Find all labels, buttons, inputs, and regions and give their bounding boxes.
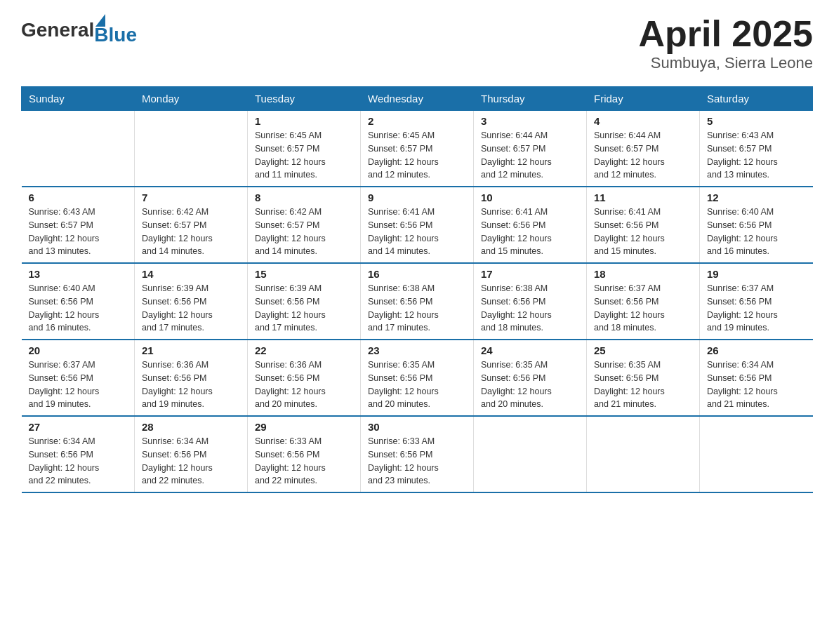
page-title: April 2025 bbox=[638, 14, 813, 54]
day-info: Sunrise: 6:34 AM Sunset: 6:56 PM Dayligh… bbox=[142, 435, 240, 488]
day-info: Sunrise: 6:41 AM Sunset: 6:56 PM Dayligh… bbox=[481, 206, 579, 258]
day-number: 8 bbox=[255, 192, 353, 203]
calendar-cell: 1Sunrise: 6:45 AM Sunset: 6:57 PM Daylig… bbox=[248, 111, 361, 187]
day-info: Sunrise: 6:35 AM Sunset: 6:56 PM Dayligh… bbox=[481, 358, 579, 411]
day-number: 11 bbox=[594, 192, 692, 203]
calendar-cell: 19Sunrise: 6:37 AM Sunset: 6:56 PM Dayli… bbox=[700, 263, 813, 340]
calendar-cell: 26Sunrise: 6:34 AM Sunset: 6:56 PM Dayli… bbox=[700, 340, 813, 416]
header-day-sunday: Sunday bbox=[22, 87, 135, 111]
calendar-cell bbox=[700, 416, 813, 492]
header-row: SundayMondayTuesdayWednesdayThursdayFrid… bbox=[22, 87, 813, 111]
calendar-cell: 24Sunrise: 6:35 AM Sunset: 6:56 PM Dayli… bbox=[474, 340, 587, 416]
day-info: Sunrise: 6:35 AM Sunset: 6:56 PM Dayligh… bbox=[368, 358, 466, 411]
day-info: Sunrise: 6:45 AM Sunset: 6:57 PM Dayligh… bbox=[368, 129, 466, 182]
day-number: 15 bbox=[255, 268, 353, 280]
day-number: 7 bbox=[142, 192, 240, 203]
day-number: 1 bbox=[255, 115, 353, 127]
logo: General Blue bbox=[21, 14, 137, 46]
logo-general-text: General bbox=[21, 19, 94, 41]
day-number: 21 bbox=[142, 344, 240, 356]
calendar-cell: 12Sunrise: 6:40 AM Sunset: 6:56 PM Dayli… bbox=[700, 187, 813, 263]
calendar-cell: 7Sunrise: 6:42 AM Sunset: 6:57 PM Daylig… bbox=[135, 187, 248, 263]
calendar-header: SundayMondayTuesdayWednesdayThursdayFrid… bbox=[22, 87, 813, 111]
title-block: April 2025 Sumbuya, Sierra Leone bbox=[638, 14, 813, 72]
day-number: 4 bbox=[594, 115, 692, 127]
week-row-3: 13Sunrise: 6:40 AM Sunset: 6:56 PM Dayli… bbox=[22, 263, 813, 340]
header-day-monday: Monday bbox=[135, 87, 248, 111]
calendar-cell bbox=[135, 111, 248, 187]
week-row-1: 1Sunrise: 6:45 AM Sunset: 6:57 PM Daylig… bbox=[22, 111, 813, 187]
day-info: Sunrise: 6:42 AM Sunset: 6:57 PM Dayligh… bbox=[255, 206, 353, 258]
day-number: 17 bbox=[481, 268, 579, 280]
day-number: 6 bbox=[29, 192, 128, 203]
day-number: 13 bbox=[29, 268, 128, 280]
calendar-cell: 9Sunrise: 6:41 AM Sunset: 6:56 PM Daylig… bbox=[361, 187, 474, 263]
day-info: Sunrise: 6:38 AM Sunset: 6:56 PM Dayligh… bbox=[481, 282, 579, 335]
calendar-cell: 21Sunrise: 6:36 AM Sunset: 6:56 PM Dayli… bbox=[135, 340, 248, 416]
calendar-cell: 18Sunrise: 6:37 AM Sunset: 6:56 PM Dayli… bbox=[587, 263, 700, 340]
day-info: Sunrise: 6:38 AM Sunset: 6:56 PM Dayligh… bbox=[368, 282, 466, 335]
day-info: Sunrise: 6:45 AM Sunset: 6:57 PM Dayligh… bbox=[255, 129, 353, 182]
day-number: 19 bbox=[707, 268, 806, 280]
calendar-cell: 23Sunrise: 6:35 AM Sunset: 6:56 PM Dayli… bbox=[361, 340, 474, 416]
calendar-cell: 29Sunrise: 6:33 AM Sunset: 6:56 PM Dayli… bbox=[248, 416, 361, 492]
calendar-cell: 5Sunrise: 6:43 AM Sunset: 6:57 PM Daylig… bbox=[700, 111, 813, 187]
calendar-cell: 11Sunrise: 6:41 AM Sunset: 6:56 PM Dayli… bbox=[587, 187, 700, 263]
calendar-cell: 10Sunrise: 6:41 AM Sunset: 6:56 PM Dayli… bbox=[474, 187, 587, 263]
day-number: 25 bbox=[594, 344, 692, 356]
day-info: Sunrise: 6:44 AM Sunset: 6:57 PM Dayligh… bbox=[594, 129, 692, 182]
day-number: 24 bbox=[481, 344, 579, 356]
header-day-saturday: Saturday bbox=[700, 87, 813, 111]
day-number: 28 bbox=[142, 421, 240, 433]
calendar-table: SundayMondayTuesdayWednesdayThursdayFrid… bbox=[21, 86, 813, 493]
calendar-cell: 30Sunrise: 6:33 AM Sunset: 6:56 PM Dayli… bbox=[361, 416, 474, 492]
calendar-cell: 2Sunrise: 6:45 AM Sunset: 6:57 PM Daylig… bbox=[361, 111, 474, 187]
day-info: Sunrise: 6:37 AM Sunset: 6:56 PM Dayligh… bbox=[29, 358, 128, 411]
calendar-cell: 3Sunrise: 6:44 AM Sunset: 6:57 PM Daylig… bbox=[474, 111, 587, 187]
day-number: 30 bbox=[368, 421, 466, 433]
logo-blue-part: Blue bbox=[94, 14, 137, 46]
calendar-cell: 13Sunrise: 6:40 AM Sunset: 6:56 PM Dayli… bbox=[22, 263, 135, 340]
week-row-2: 6Sunrise: 6:43 AM Sunset: 6:57 PM Daylig… bbox=[22, 187, 813, 263]
header-day-thursday: Thursday bbox=[474, 87, 587, 111]
page-subtitle: Sumbuya, Sierra Leone bbox=[638, 54, 813, 72]
calendar-cell: 8Sunrise: 6:42 AM Sunset: 6:57 PM Daylig… bbox=[248, 187, 361, 263]
day-info: Sunrise: 6:36 AM Sunset: 6:56 PM Dayligh… bbox=[255, 358, 353, 411]
day-number: 18 bbox=[594, 268, 692, 280]
day-info: Sunrise: 6:41 AM Sunset: 6:56 PM Dayligh… bbox=[368, 206, 466, 258]
day-number: 10 bbox=[481, 192, 579, 203]
day-number: 20 bbox=[29, 344, 128, 356]
day-info: Sunrise: 6:39 AM Sunset: 6:56 PM Dayligh… bbox=[255, 282, 353, 335]
calendar-cell: 6Sunrise: 6:43 AM Sunset: 6:57 PM Daylig… bbox=[22, 187, 135, 263]
logo-blue-text: Blue bbox=[94, 24, 137, 46]
day-info: Sunrise: 6:41 AM Sunset: 6:56 PM Dayligh… bbox=[594, 206, 692, 258]
calendar-cell bbox=[22, 111, 135, 187]
header-day-friday: Friday bbox=[587, 87, 700, 111]
day-number: 27 bbox=[29, 421, 128, 433]
day-info: Sunrise: 6:42 AM Sunset: 6:57 PM Dayligh… bbox=[142, 206, 240, 258]
day-number: 26 bbox=[707, 344, 806, 356]
day-info: Sunrise: 6:37 AM Sunset: 6:56 PM Dayligh… bbox=[707, 282, 806, 335]
calendar-cell: 14Sunrise: 6:39 AM Sunset: 6:56 PM Dayli… bbox=[135, 263, 248, 340]
day-info: Sunrise: 6:39 AM Sunset: 6:56 PM Dayligh… bbox=[142, 282, 240, 335]
calendar-cell bbox=[587, 416, 700, 492]
calendar-cell: 16Sunrise: 6:38 AM Sunset: 6:56 PM Dayli… bbox=[361, 263, 474, 340]
day-info: Sunrise: 6:43 AM Sunset: 6:57 PM Dayligh… bbox=[707, 129, 806, 182]
day-info: Sunrise: 6:35 AM Sunset: 6:56 PM Dayligh… bbox=[594, 358, 692, 411]
week-row-4: 20Sunrise: 6:37 AM Sunset: 6:56 PM Dayli… bbox=[22, 340, 813, 416]
day-info: Sunrise: 6:43 AM Sunset: 6:57 PM Dayligh… bbox=[29, 206, 128, 258]
calendar-cell: 15Sunrise: 6:39 AM Sunset: 6:56 PM Dayli… bbox=[248, 263, 361, 340]
calendar-cell: 25Sunrise: 6:35 AM Sunset: 6:56 PM Dayli… bbox=[587, 340, 700, 416]
day-number: 5 bbox=[707, 115, 806, 127]
day-info: Sunrise: 6:33 AM Sunset: 6:56 PM Dayligh… bbox=[255, 435, 353, 488]
calendar-cell: 28Sunrise: 6:34 AM Sunset: 6:56 PM Dayli… bbox=[135, 416, 248, 492]
day-info: Sunrise: 6:33 AM Sunset: 6:56 PM Dayligh… bbox=[368, 435, 466, 488]
day-info: Sunrise: 6:40 AM Sunset: 6:56 PM Dayligh… bbox=[29, 282, 128, 335]
page-header: General Blue April 2025 Sumbuya, Sierra … bbox=[21, 14, 813, 72]
day-info: Sunrise: 6:40 AM Sunset: 6:56 PM Dayligh… bbox=[707, 206, 806, 258]
day-number: 22 bbox=[255, 344, 353, 356]
day-info: Sunrise: 6:34 AM Sunset: 6:56 PM Dayligh… bbox=[29, 435, 128, 488]
day-number: 29 bbox=[255, 421, 353, 433]
day-number: 12 bbox=[707, 192, 806, 203]
calendar-cell: 4Sunrise: 6:44 AM Sunset: 6:57 PM Daylig… bbox=[587, 111, 700, 187]
